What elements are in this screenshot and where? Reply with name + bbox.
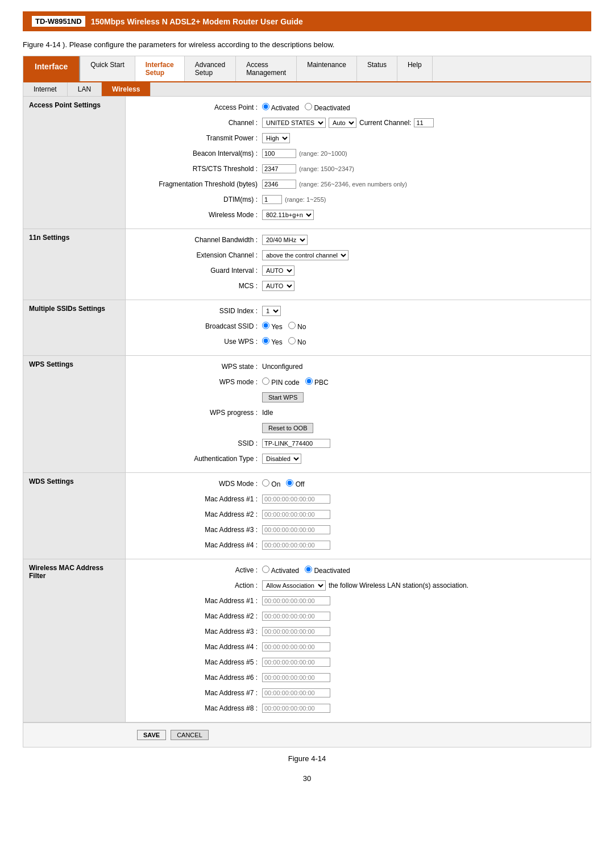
mf-mac7-row: Mac Address #7 : [137, 687, 579, 699]
n11-label: 11n Settings [23, 229, 126, 300]
ap-activated-label[interactable]: Activated [262, 103, 299, 112]
save-button[interactable]: SAVE [137, 730, 166, 740]
tab-advanced-setup[interactable]: AdvancedSetup [185, 56, 236, 81]
use-wps-no-radio[interactable] [288, 337, 296, 344]
channel-select[interactable]: UNITED STATES [262, 118, 326, 128]
mf-mac7-input[interactable] [262, 688, 330, 697]
mf-activated-label[interactable]: Activated [262, 566, 299, 575]
ext-channel-select[interactable]: above the control channel [262, 250, 349, 260]
mf-mac6-input[interactable] [262, 673, 330, 682]
tab-access-management[interactable]: AccessManagement [236, 56, 297, 81]
frag-value: (range: 256~2346, even numbers only) [262, 180, 407, 189]
frag-range: (range: 256~2346, even numbers only) [299, 181, 407, 188]
channel-row: Channel : UNITED STATES Auto Current Cha… [137, 117, 579, 129]
subtab-wireless[interactable]: Wireless [102, 82, 151, 96]
mf-mac4-input[interactable] [262, 642, 330, 651]
auth-type-label: Authentication Type : [137, 455, 262, 463]
mf-mac5-label: Mac Address #5 : [137, 658, 262, 666]
mf-mac1-input[interactable] [262, 596, 330, 605]
channel-value: UNITED STATES Auto Current Channel: [262, 118, 434, 128]
mcs-row: MCS : AUTO [137, 280, 579, 292]
auth-type-select[interactable]: Disabled [262, 454, 301, 464]
current-channel-input[interactable] [414, 118, 434, 127]
broadcast-no-label[interactable]: No [288, 322, 306, 331]
use-wps-yes-radio[interactable] [262, 337, 269, 344]
tab-quick-start[interactable]: Quick Start [80, 56, 135, 81]
mf-mac3-input[interactable] [262, 627, 330, 636]
broadcast-yes-radio[interactable] [262, 322, 269, 329]
ap-activated-radio[interactable] [262, 103, 269, 110]
beacon-interval-input[interactable] [262, 149, 296, 158]
wds-mac3-label: Mac Address #3 : [137, 526, 262, 534]
wds-mac1-input[interactable] [262, 495, 330, 504]
ap-deactivated-label[interactable]: Deactivated [305, 103, 350, 112]
rts-row: RTS/CTS Threshold : (range: 1500~2347) [137, 163, 579, 175]
tab-help[interactable]: Help [397, 56, 433, 81]
use-wps-yes-label[interactable]: Yes [262, 337, 283, 346]
mcs-select[interactable]: AUTO [262, 281, 294, 291]
channel-bw-select[interactable]: 20/40 MHz [262, 235, 308, 245]
mf-activated-radio[interactable] [262, 566, 269, 573]
wds-on-label[interactable]: On [262, 479, 280, 488]
rts-value: (range: 1500~2347) [262, 164, 354, 173]
subtab-lan[interactable]: LAN [68, 82, 102, 96]
wds-off-label[interactable]: Off [286, 479, 304, 488]
tab-interface-setup[interactable]: InterfaceSetup [135, 56, 185, 81]
mf-mac2-input[interactable] [262, 612, 330, 621]
mf-mac3-label: Mac Address #3 : [137, 628, 262, 636]
wps-pbc-label[interactable]: PBC [305, 377, 329, 387]
ssids-content: SSID Index : 1 Broadcast SSID : Yes [126, 300, 591, 356]
wireless-mode-select[interactable]: 802.11b+g+n [262, 210, 314, 220]
transmit-power-value: High [262, 133, 290, 143]
broadcast-yes-label[interactable]: Yes [262, 322, 283, 331]
wps-pin-radio[interactable] [262, 377, 269, 385]
wps-mode-value: PIN code PBC [262, 377, 329, 387]
wds-on-radio[interactable] [262, 479, 269, 487]
channel-label: Channel : [137, 119, 262, 127]
ap-deactivated-radio[interactable] [305, 103, 312, 110]
mf-mac8-label: Mac Address #8 : [137, 704, 262, 712]
transmit-power-select[interactable]: High [262, 133, 290, 143]
wps-ssid-input[interactable] [262, 439, 330, 448]
start-wps-btn-wrapper: Start WPS [262, 392, 304, 402]
wps-state-value: Unconfigured [262, 363, 302, 371]
mf-mac5-input[interactable] [262, 658, 330, 667]
wds-mac2-input[interactable] [262, 510, 330, 519]
mf-deactivated-label[interactable]: Deactivated [305, 566, 350, 575]
wps-pbc-radio[interactable] [305, 377, 313, 385]
guard-interval-label: Guard Interval : [137, 267, 262, 275]
ext-channel-row: Extension Channel : above the control ch… [137, 249, 579, 261]
mac-filter-action-select[interactable]: Allow Association [262, 580, 326, 591]
wds-off-radio[interactable] [286, 479, 293, 487]
sub-nav: Internet LAN Wireless [23, 82, 591, 97]
rts-input[interactable] [262, 164, 296, 173]
wds-mac3-input[interactable] [262, 525, 330, 534]
cancel-button[interactable]: CANCEL [171, 730, 209, 740]
mf-mac3-row: Mac Address #3 : [137, 625, 579, 638]
wds-mac4-input[interactable] [262, 541, 330, 550]
mf-mac1-row: Mac Address #1 : [137, 595, 579, 607]
channel-number-select[interactable]: Auto [329, 118, 356, 128]
beacon-interval-range: (range: 20~1000) [299, 150, 347, 157]
wps-ssid-row: SSID : [137, 437, 579, 450]
mf-deactivated-radio[interactable] [305, 566, 312, 573]
guard-interval-select[interactable]: AUTO [262, 265, 294, 276]
frag-input[interactable] [262, 180, 296, 189]
ssids-label: Multiple SSIDs Settings [23, 300, 126, 356]
start-wps-button[interactable]: Start WPS [262, 392, 304, 402]
access-point-label: Access Point Settings [23, 97, 126, 229]
wps-pin-label[interactable]: PIN code [262, 377, 300, 387]
reset-oob-button[interactable]: Reset to OOB [262, 423, 313, 433]
broadcast-no-radio[interactable] [288, 322, 296, 329]
n11-section: 11n Settings Channel Bandwidth : 20/40 M… [23, 229, 591, 300]
ssid-index-row: SSID Index : 1 [137, 305, 579, 317]
tab-status[interactable]: Status [357, 56, 397, 81]
use-wps-no-label[interactable]: No [288, 337, 306, 346]
subtab-internet[interactable]: Internet [23, 82, 68, 96]
mf-mac8-input[interactable] [262, 704, 330, 713]
dtim-input[interactable] [262, 195, 282, 204]
beacon-interval-label: Beacon Interval(ms) : [137, 149, 262, 157]
ssid-index-select[interactable]: 1 [262, 306, 281, 316]
broadcast-ssid-label: Broadcast SSID : [137, 322, 262, 330]
tab-maintenance[interactable]: Maintenance [297, 56, 357, 81]
